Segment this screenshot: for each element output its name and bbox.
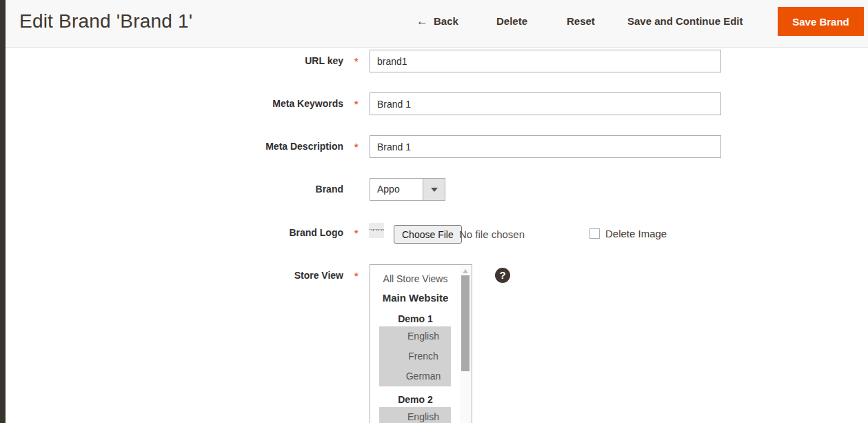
store-view-label: Store View [188, 270, 343, 282]
brand-select-arrow-box[interactable] [423, 179, 445, 200]
page-header: Edit Brand 'Brand 1' ← Back Delete Reset… [6, 0, 868, 48]
back-button-label: Back [434, 14, 458, 29]
store-view-group-demo-2: Demo 2 [370, 392, 461, 407]
delete-image-checkbox[interactable] [589, 228, 600, 239]
file-chosen-status: No file chosen [459, 228, 525, 240]
brand-select-value: Appo [377, 184, 400, 195]
choose-file-button[interactable]: Choose File [394, 225, 462, 244]
reset-button[interactable]: Reset [567, 14, 595, 29]
back-button[interactable]: ← Back [416, 14, 458, 29]
url-key-input[interactable] [370, 50, 721, 72]
help-icon[interactable]: ? [495, 268, 510, 283]
store-view-group-demo-1: Demo 1 [370, 311, 461, 326]
admin-menu-rail [0, 0, 6, 423]
delete-image-label[interactable]: Delete Image [605, 228, 667, 239]
store-view-required-asterisk: * [354, 270, 358, 282]
store-view-option-french-selected[interactable]: French [379, 346, 451, 366]
save-brand-button[interactable]: Save Brand [778, 7, 864, 36]
brand-logo-label: Brand Logo [188, 227, 343, 239]
meta-description-label: Meta Description [188, 141, 343, 153]
store-view-option-english-selected[interactable]: English [379, 326, 451, 346]
store-view-scrollbar[interactable] [460, 265, 472, 423]
delete-button[interactable]: Delete [496, 14, 527, 29]
meta-keywords-input[interactable] [370, 92, 721, 115]
brand-label: Brand [188, 184, 343, 195]
meta-keywords-required-asterisk: * [354, 99, 358, 110]
brand-logo-thumbnail [369, 223, 384, 238]
url-key-label: URL key [188, 55, 343, 67]
back-arrow-icon: ← [416, 14, 428, 29]
store-view-option-all-store-views[interactable]: All Store Views [370, 271, 461, 286]
scrollbar-thumb[interactable] [461, 275, 470, 371]
store-view-multiselect[interactable]: All Store Views Main Website Demo 1 Engl… [370, 264, 472, 423]
store-view-group-main-website: Main Website [370, 291, 461, 306]
save-and-continue-button[interactable]: Save and Continue Edit [627, 14, 743, 29]
page-title: Edit Brand 'Brand 1' [19, 10, 192, 32]
brand-logo-required-asterisk: * [354, 228, 358, 239]
brand-select[interactable]: Appo [370, 178, 445, 201]
scrollbar-up-arrow-icon[interactable] [463, 269, 468, 273]
store-view-option-english2-selected[interactable]: English [379, 407, 451, 423]
url-key-required-asterisk: * [354, 56, 358, 68]
chevron-down-icon [431, 188, 438, 192]
meta-description-input[interactable] [370, 135, 721, 158]
store-view-option-german-selected[interactable]: German [379, 366, 451, 386]
meta-description-required-asterisk: * [354, 141, 358, 153]
meta-keywords-label: Meta Keywords [188, 98, 343, 110]
